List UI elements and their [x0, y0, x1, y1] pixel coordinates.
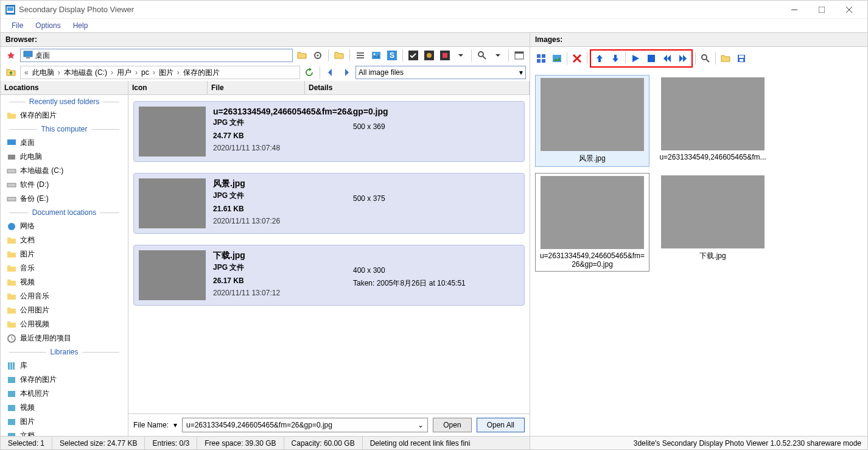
s-icon[interactable]: S — [385, 49, 399, 62]
folder-up-icon[interactable] — [4, 66, 18, 79]
stop-icon[interactable] — [644, 51, 659, 66]
crumb-1[interactable]: 本地磁盘 (C:) — [63, 68, 108, 78]
col-file[interactable]: File — [208, 81, 305, 94]
image-view-icon[interactable] — [369, 49, 383, 62]
crumb-0[interactable]: 此电脑 — [31, 68, 55, 78]
crumb-4[interactable]: 图片 — [158, 68, 175, 78]
images-panel: Images: — [530, 32, 867, 449]
thumb-item[interactable]: u=2631334549,246605465&fm=26&gp=0.jpg — [535, 173, 649, 272]
next-icon[interactable] — [676, 51, 690, 66]
network-icon — [7, 222, 16, 231]
images-toolbar — [530, 47, 867, 70]
loc-item[interactable]: 本地磁盘 (C:) — [1, 164, 128, 178]
svg-rect-11 — [357, 52, 364, 54]
file-row[interactable]: 风景.jpg JPG 文件 21.61 KB 2020/11/11 13:07:… — [133, 173, 525, 234]
filename-input[interactable]: u=2631334549,246605465&fm=26&gp=0.jpg ⌄ — [182, 418, 428, 432]
folder-icon[interactable] — [332, 49, 346, 62]
refresh-icon[interactable] — [303, 66, 316, 79]
loc-item[interactable]: 此电脑 — [1, 150, 128, 164]
path-row: 桌面 S — [1, 47, 530, 64]
statusbar: Selected: 1 Selected size: 24.77 KB Entr… — [1, 436, 530, 449]
breadcrumb-bar[interactable]: « 此电脑 › 本地磁盘 (C:) › 用户 › pc › 图片 › 保存的图片 — [20, 66, 300, 79]
loc-item[interactable]: 图片 — [1, 247, 128, 261]
forward-icon[interactable] — [340, 66, 353, 79]
loc-item[interactable]: 本机照片 — [1, 387, 128, 401]
open-all-button[interactable]: Open All — [477, 418, 525, 432]
filename-history-icon[interactable]: ▾ — [173, 421, 177, 429]
filter-combo[interactable]: All image files ▾ — [355, 66, 526, 79]
file-date: 2020/11/11 13:07:26 — [213, 217, 335, 225]
search-dropdown-icon[interactable] — [491, 49, 505, 62]
loc-item[interactable]: 库 — [1, 359, 128, 373]
file-row[interactable]: u=2631334549,246605465&fm=26&gp=0.jpg JP… — [133, 101, 525, 162]
loc-item[interactable]: 软件 (D:) — [1, 178, 128, 192]
thumb-item[interactable]: 风景.jpg — [535, 75, 649, 167]
loc-item[interactable]: 音乐 — [1, 261, 128, 275]
grid-view-icon[interactable] — [534, 51, 548, 66]
menu-file[interactable]: File — [5, 20, 29, 31]
loc-item[interactable]: 文档 — [1, 429, 128, 436]
svg-line-49 — [706, 59, 709, 62]
svg-rect-37 — [8, 377, 15, 383]
crumb-3[interactable]: pc — [140, 68, 150, 77]
loc-item[interactable]: 保存的图片 — [1, 373, 128, 387]
folder-open2-icon[interactable] — [718, 51, 733, 66]
favorite-icon[interactable] — [4, 49, 18, 62]
dark-tool3-icon[interactable] — [438, 49, 452, 62]
section-libraries: Libraries — [1, 345, 128, 359]
move-up-icon[interactable] — [592, 51, 607, 66]
close-button[interactable] — [835, 1, 863, 18]
zoom-icon[interactable] — [698, 51, 713, 66]
list-view-icon[interactable] — [354, 49, 367, 62]
search-icon[interactable] — [475, 49, 489, 62]
crumb-5[interactable]: 保存的图片 — [182, 68, 221, 78]
prev-icon[interactable] — [660, 51, 674, 66]
folder-open-icon[interactable] — [295, 49, 309, 62]
menu-options[interactable]: Options — [29, 20, 66, 31]
window-icon[interactable] — [513, 49, 526, 62]
loc-item[interactable]: 最近使用的项目 — [1, 331, 128, 345]
loc-item[interactable]: 公用音乐 — [1, 289, 128, 303]
col-icon[interactable]: Icon — [128, 81, 208, 94]
delete-icon[interactable] — [570, 51, 584, 66]
file-row[interactable]: 下载.jpg JPG 文件 26.17 KB 2020/11/11 13:07:… — [133, 245, 525, 306]
loc-item[interactable]: 视频 — [1, 275, 128, 289]
browser-body: Locations Recently used folders 保存的图片 Th… — [1, 81, 530, 436]
folder-icon — [7, 320, 16, 329]
thumb-item[interactable]: 下载.jpg — [656, 173, 770, 272]
minimize-button[interactable] — [780, 1, 808, 18]
status-msg: Deleting old recent link files fini — [363, 437, 530, 449]
single-view-icon[interactable] — [550, 51, 564, 66]
play-icon[interactable] — [628, 51, 643, 66]
loc-item[interactable]: 视频 — [1, 401, 128, 415]
breadcrumb-root-sep: « — [23, 68, 30, 77]
thumb-item[interactable]: u=2631334549,246605465&fm... — [656, 75, 770, 167]
col-details[interactable]: Details — [305, 81, 530, 94]
path-input[interactable]: 桌面 — [20, 49, 293, 62]
loc-item[interactable]: 公用图片 — [1, 303, 128, 317]
svg-rect-38 — [8, 391, 15, 397]
loc-item[interactable]: 备份 (E:) — [1, 192, 128, 206]
monitor-icon — [23, 50, 33, 62]
loc-item[interactable]: 桌面 — [1, 136, 128, 150]
dark-tool1-icon[interactable] — [407, 49, 420, 62]
dropdown-icon[interactable] — [454, 49, 467, 62]
loc-item[interactable]: 公用视频 — [1, 317, 128, 331]
playback-controls-highlight — [590, 49, 693, 68]
back-icon[interactable] — [324, 66, 337, 79]
loc-item[interactable]: 保存的图片 — [1, 108, 128, 122]
move-down-icon[interactable] — [608, 51, 623, 66]
loc-item[interactable]: 文档 — [1, 233, 128, 247]
library-icon — [7, 389, 16, 399]
loc-item[interactable]: 网络 — [1, 219, 128, 233]
maximize-button[interactable] — [808, 1, 835, 18]
thumb-label: 下载.jpg — [699, 251, 726, 261]
menu-help[interactable]: Help — [67, 20, 94, 31]
open-button[interactable]: Open — [433, 418, 471, 432]
loc-item[interactable]: 图片 — [1, 415, 128, 429]
svg-rect-8 — [26, 57, 30, 58]
save-icon[interactable] — [734, 51, 749, 66]
gears-icon[interactable] — [311, 49, 324, 62]
dark-tool2-icon[interactable] — [422, 49, 436, 62]
crumb-2[interactable]: 用户 — [116, 68, 133, 78]
